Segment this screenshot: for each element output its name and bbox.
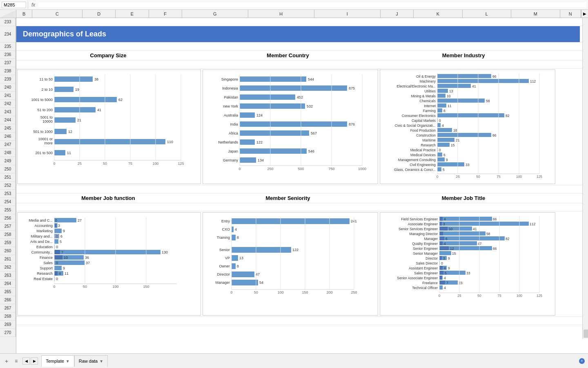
svg-text:38: 38 (94, 77, 98, 81)
svg-text:Associate Engineer: Associate Engineer (408, 222, 438, 226)
nav-right-button[interactable]: ▶ (31, 357, 38, 365)
sheet-list-button[interactable]: ≡ (13, 357, 19, 365)
svg-rect-271 (439, 236, 444, 240)
scroll-thumb[interactable] (584, 330, 588, 338)
nav-left-button[interactable]: ◀ (22, 357, 30, 365)
job-function-chart: Media and C... 27 0 Accounting 3 Marketi… (17, 212, 201, 316)
svg-text:Manager: Manager (215, 280, 230, 285)
col-header-e[interactable]: E (116, 10, 149, 18)
member-industry-svg: Oil & Energy 66 Machinery 112 Electrical… (383, 72, 551, 181)
svg-rect-252 (439, 217, 443, 221)
svg-text:Freelance: Freelance (422, 281, 438, 285)
svg-text:122: 122 (256, 140, 263, 144)
svg-text:Director: Director (217, 272, 230, 276)
svg-text:37: 37 (86, 261, 90, 265)
svg-text:9: 9 (448, 266, 450, 270)
svg-rect-169 (54, 234, 59, 238)
row-num-235: 235 (0, 43, 16, 51)
raw-data-tab[interactable]: Raw data ▼ (74, 355, 108, 367)
svg-rect-298 (439, 266, 443, 270)
svg-text:Construction: Construction (416, 133, 436, 137)
svg-text:Singapore: Singapore (221, 77, 238, 81)
svg-text:100: 100 (112, 285, 118, 289)
col-header-n[interactable]: N (560, 10, 581, 18)
scroll-right-arrow[interactable]: ▶ (581, 10, 588, 18)
vertical-scrollbar[interactable] (582, 18, 588, 339)
svg-text:25: 25 (78, 162, 82, 166)
add-sheet-button[interactable]: + (3, 357, 10, 365)
row-num-246: 246 (0, 132, 16, 141)
job-title-chart: Field Services Engineer 66 4 Associate E… (380, 212, 555, 316)
svg-text:Sales Engineer: Sales Engineer (414, 271, 438, 275)
formula-input[interactable] (38, 2, 586, 7)
svg-rect-106 (437, 113, 504, 117)
svg-rect-94 (437, 94, 445, 98)
col-header-b[interactable]: B (16, 10, 32, 18)
svg-text:9: 9 (63, 266, 65, 270)
col-header-i[interactable]: I (314, 10, 381, 18)
col-header-c[interactable]: C (32, 10, 83, 18)
svg-rect-269 (439, 236, 505, 240)
svg-text:54: 54 (259, 280, 263, 285)
svg-rect-103 (437, 108, 442, 112)
row-num-262: 262 (0, 263, 16, 272)
svg-text:Military and...: Military and... (31, 234, 53, 238)
cell-reference-input[interactable]: M285 (2, 2, 26, 8)
svg-text:Senior Manager: Senior Manager (413, 251, 438, 256)
col-header-h[interactable]: H (248, 10, 314, 18)
svg-text:25: 25 (456, 175, 460, 179)
svg-text:2 to 10: 2 to 10 (41, 88, 53, 92)
svg-rect-59 (240, 130, 309, 136)
job-title-svg: Field Services Engineer 66 4 Associate E… (383, 215, 551, 316)
svg-text:VP: VP (225, 256, 230, 260)
svg-rect-216 (232, 227, 234, 232)
row-num-261: 261 (0, 255, 16, 263)
svg-rect-281 (439, 246, 449, 250)
svg-rect-255 (439, 222, 529, 226)
svg-text:100: 100 (277, 290, 283, 294)
template-tab-arrow[interactable]: ▼ (66, 359, 70, 364)
svg-rect-5 (54, 87, 74, 92)
svg-text:50: 50 (254, 290, 258, 294)
row-num-238: 238 (0, 67, 16, 75)
svg-rect-222 (232, 247, 291, 253)
row-num-260: 260 (0, 247, 16, 255)
svg-text:82: 82 (506, 237, 510, 241)
svg-text:Training: Training (217, 236, 230, 240)
col-header-f[interactable]: F (149, 10, 182, 18)
title-banner: Demographics of Leads (16, 26, 580, 42)
row-num-264: 264 (0, 280, 16, 288)
svg-rect-47 (240, 94, 295, 100)
raw-data-tab-arrow[interactable]: ▼ (99, 359, 103, 364)
row-num-253: 253 (0, 190, 16, 198)
svg-rect-118 (437, 133, 491, 137)
member-industry-title: Member Industry (376, 51, 551, 60)
svg-text:13: 13 (239, 256, 243, 260)
col-header-g[interactable]: G (182, 10, 248, 18)
svg-text:Africa: Africa (229, 131, 238, 135)
svg-rect-62 (240, 139, 255, 145)
svg-text:Utilities: Utilities (425, 89, 436, 93)
template-tab[interactable]: Template ▼ (41, 355, 74, 367)
member-country-svg: Singapore 544 Indonesia 875 Pakistan 452… (206, 72, 370, 181)
svg-text:66: 66 (492, 133, 497, 137)
row-num-243: 243 (0, 108, 16, 116)
formula-bar: M285 fx (0, 0, 588, 10)
svg-rect-262 (439, 227, 448, 231)
col-header-m[interactable]: M (511, 10, 560, 18)
col-header-k[interactable]: K (414, 10, 462, 18)
svg-rect-228 (232, 263, 236, 269)
row-num-266: 266 (0, 296, 16, 304)
svg-rect-68 (240, 157, 256, 163)
zoom-icon: + (581, 359, 583, 363)
svg-text:200: 200 (326, 290, 332, 294)
col-header-l[interactable]: L (463, 10, 511, 18)
col-header-j[interactable]: J (381, 10, 414, 18)
col-header-d[interactable]: D (82, 10, 116, 18)
row-num-237: 237 (0, 59, 16, 67)
svg-rect-178 (54, 250, 160, 254)
row-num-236: 236 (0, 51, 16, 59)
svg-text:4: 4 (444, 286, 446, 290)
svg-text:5001 to: 5001 to (40, 115, 53, 119)
svg-text:4: 4 (444, 242, 446, 246)
